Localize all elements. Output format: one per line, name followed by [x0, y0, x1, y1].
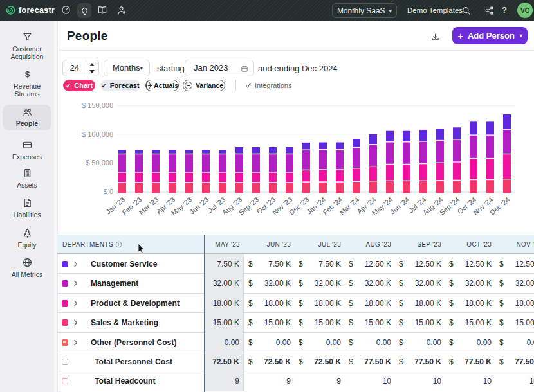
svg-text:$ 50,000: $ 50,000 [86, 159, 113, 166]
svg-text:Jun '24: Jun '24 [389, 195, 410, 215]
svg-text:$ 150,000: $ 150,000 [82, 102, 113, 109]
svg-text:$ 0: $ 0 [104, 188, 113, 195]
svg-text:Jun '23: Jun '23 [188, 195, 210, 215]
svg-text:$ 100,000: $ 100,000 [82, 130, 113, 138]
svg-text:$: $ [24, 69, 30, 79]
